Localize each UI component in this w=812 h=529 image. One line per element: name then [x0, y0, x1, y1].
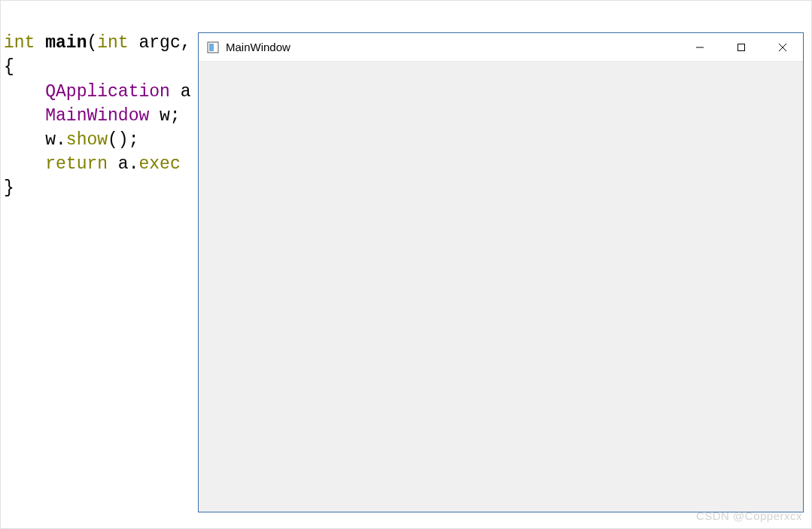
close-button[interactable] — [762, 33, 803, 61]
method-exec: exec — [138, 154, 180, 174]
class-qapplication: QApplication — [45, 82, 170, 102]
obj-a: a — [118, 154, 129, 174]
svg-rect-1 — [209, 44, 214, 51]
space — [108, 154, 118, 174]
var-w: w; — [149, 106, 180, 126]
brace-close: } — [4, 178, 14, 198]
indent — [4, 154, 45, 174]
window-title: MainWindow — [226, 41, 679, 53]
parens-show: (); — [108, 130, 138, 150]
arg-argc: argc — [129, 33, 181, 53]
minimize-button[interactable] — [679, 33, 720, 61]
method-show: show — [66, 130, 108, 150]
window-controls — [679, 33, 803, 61]
paren-open: ( — [87, 33, 97, 53]
keyword-int: int — [4, 33, 35, 53]
app-icon — [206, 41, 220, 54]
dot2: . — [129, 154, 139, 174]
keyword-return: return — [45, 154, 108, 174]
close-icon — [778, 43, 787, 52]
maximize-icon — [737, 43, 746, 52]
indent — [4, 106, 45, 126]
dot: . — [56, 130, 66, 150]
keyword-int2: int — [97, 33, 128, 53]
brace-open: { — [4, 57, 14, 77]
class-mainwindow: MainWindow — [45, 106, 149, 126]
watermark: CSDN @Copperxcx — [696, 509, 802, 522]
main-window: MainWindow — [198, 32, 804, 512]
indent — [4, 130, 45, 150]
maximize-button[interactable] — [720, 33, 762, 61]
window-client-area[interactable] — [199, 62, 803, 512]
svg-rect-3 — [737, 44, 744, 50]
indent — [4, 82, 45, 102]
function-name-main: main — [45, 33, 87, 53]
obj-w: w — [45, 130, 56, 150]
titlebar[interactable]: MainWindow — [199, 33, 803, 62]
minimize-icon — [695, 43, 704, 52]
var-a: a — [170, 82, 191, 102]
